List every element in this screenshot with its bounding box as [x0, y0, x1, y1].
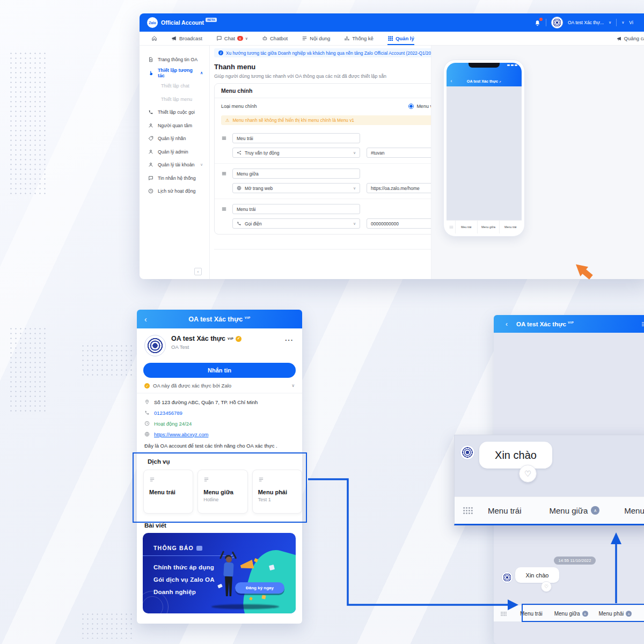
- background-dot-pattern: [9, 51, 48, 195]
- chat-message-bubble: Xin chào: [479, 442, 552, 469]
- beta-badge: BETA: [206, 18, 217, 22]
- sidebar-item-account-management[interactable]: Quản lý tài khoản∨: [140, 158, 209, 172]
- divider: [546, 19, 546, 26]
- nav-chat[interactable]: Chat6∨: [216, 32, 248, 45]
- chevron-down-icon[interactable]: ∨: [621, 20, 624, 25]
- nav-content[interactable]: Nội dung: [302, 32, 330, 45]
- preview-menu-middle[interactable]: Menu giữa: [477, 221, 499, 233]
- preview-menu-left[interactable]: Meu trái: [455, 221, 477, 233]
- sidebar-item-menu-settings[interactable]: Thiết lập menu: [140, 93, 209, 106]
- service-card-menu-middle[interactable]: Menu giữa Hotline: [197, 470, 247, 514]
- oa-avatar[interactable]: [144, 335, 166, 356]
- nav-management[interactable]: Quản lý: [387, 32, 414, 45]
- sidebar-item-call-settings[interactable]: Thiết lập cuộc gọi: [140, 106, 209, 119]
- bar-chart-icon: [344, 35, 350, 41]
- page-title: Thanh menu: [214, 63, 431, 71]
- banner-line1: Chính thức áp dụng: [153, 564, 214, 570]
- promo-banner[interactable]: THÔNG BÁO Chính thức áp dụng Gói dịch vụ…: [143, 533, 296, 613]
- chat-message-bubble: Xin chào: [515, 567, 559, 583]
- preview-panel: ‹ OA test Xác thực ✓ Meu trái Menu giữa …: [431, 46, 644, 279]
- services-title: Dịch vụ: [137, 449, 302, 465]
- person-icon: [148, 123, 153, 128]
- action-type-dropdown[interactable]: Mở trang web ∨: [232, 183, 360, 193]
- grid-dots-icon[interactable]: [449, 225, 453, 229]
- chat-menu-right[interactable]: Menu phải∧: [599, 611, 632, 617]
- zoomed-menu-right[interactable]: Menu phải: [624, 506, 644, 515]
- chat-menu-left[interactable]: Menu trái: [520, 611, 543, 617]
- chevron-down-icon[interactable]: ∨: [609, 20, 611, 25]
- back-icon[interactable]: ‹: [506, 320, 508, 328]
- info-icon: i: [218, 50, 223, 55]
- sidebar-item-label-management[interactable]: Quản lý nhãn: [140, 132, 209, 145]
- heart-reaction-button[interactable]: ♡: [541, 581, 552, 592]
- topbar-right: OA test Xác thự... ∨ ∨ Vi: [534, 13, 633, 32]
- illustration-shadow: [211, 604, 279, 609]
- sidebar-item-oa-info[interactable]: Trang thông tin OA: [140, 53, 209, 67]
- action-type-dropdown[interactable]: Gọi điện ∨: [232, 218, 360, 229]
- verified-note-row[interactable]: ✓ OA này đã được xác thực bởi Zalo ∨: [137, 378, 302, 393]
- chat-menu-middle[interactable]: Menu giữa∧: [554, 611, 588, 617]
- zoomed-chat-panel: Xin chào ♡ Menu trái Menu giữa∧ Menu phả…: [454, 435, 644, 525]
- account-avatar[interactable]: [551, 17, 563, 28]
- message-button[interactable]: Nhắn tin: [143, 363, 296, 378]
- drag-handle-icon[interactable]: [221, 135, 227, 141]
- preview-oa-title: OA test Xác thực ✓: [452, 79, 516, 84]
- admin-topbar: Zalo Official Account BETA OA test Xác t…: [140, 13, 644, 32]
- preview-phone: ‹ OA test Xác thực ✓ Meu trái Menu giữa …: [443, 60, 525, 237]
- language-selector[interactable]: Vi: [629, 20, 633, 25]
- chevron-down-icon: ∨: [245, 36, 248, 41]
- list-menu-icon[interactable]: [641, 321, 644, 327]
- sidebar-item-followers[interactable]: Người quan tâm: [140, 119, 209, 133]
- sidebar-item-chat-settings[interactable]: Thiết lập chat: [140, 79, 209, 93]
- sidebar-item-interaction-settings[interactable]: Thiết lập tương tác∧: [140, 67, 209, 80]
- menu-name-input[interactable]: [232, 204, 360, 214]
- drag-handle-icon[interactable]: [221, 206, 227, 212]
- nav-broadcast[interactable]: Broadcast: [171, 32, 202, 45]
- more-options-button[interactable]: ···: [285, 336, 294, 344]
- zalo-logo[interactable]: Zalo: [147, 17, 158, 28]
- service-card-menu-left[interactable]: Menu trái: [143, 470, 193, 514]
- drag-handle-icon[interactable]: [221, 171, 227, 177]
- menu-type-label: Loại menu chính: [221, 104, 257, 109]
- sidebar-collapse-button[interactable]: ‹: [194, 268, 202, 275]
- grid-icon: [387, 35, 393, 41]
- address-row: Số 123 đường ABC, Quận 7, TP. Hồ Chí Min…: [137, 397, 302, 407]
- account-name[interactable]: OA test Xác thự...: [568, 20, 604, 25]
- sidebar-item-system-messages[interactable]: Tin nhắn hệ thống: [140, 172, 209, 185]
- verified-badge-icon: ✓: [144, 383, 150, 389]
- chevron-down-icon: ∨: [291, 383, 295, 388]
- chat-unread-badge: 6: [237, 36, 243, 41]
- nav-ads[interactable]: Quảng cáo: [617, 35, 644, 41]
- announcement-text: Xu hướng tương tác giữa Doanh nghiệp và …: [226, 50, 438, 56]
- illustration-person: [225, 576, 232, 596]
- website-link[interactable]: https://www.abcxyz.com: [154, 431, 208, 437]
- preview-phone-header: ‹ OA test Xác thực ✓: [447, 63, 522, 86]
- menu-lines-icon: [203, 477, 209, 482]
- grid-dots-icon[interactable]: [462, 504, 474, 516]
- grid-dots-icon[interactable]: [500, 610, 507, 617]
- service-card-menu-right[interactable]: Menu phải Test 1: [252, 470, 302, 514]
- menu-name-input[interactable]: [232, 169, 360, 179]
- chat-icon: [216, 35, 222, 41]
- action-type-dropdown[interactable]: Truy vấn tự động ∨: [232, 148, 360, 158]
- heart-reaction-button[interactable]: ♡: [519, 465, 537, 482]
- background-dot-pattern: [80, 343, 132, 378]
- nav-home[interactable]: [151, 32, 157, 45]
- zoomed-menu-middle[interactable]: Menu giữa∧: [550, 506, 600, 515]
- nav-statistics[interactable]: Thống kê: [344, 32, 374, 45]
- banner-line3: Doanh nghiệp: [153, 589, 196, 595]
- sidebar-item-activity-history[interactable]: Lịch sử hoạt động: [140, 185, 209, 198]
- profile-header: ‹ OA test Xác thực VIP: [137, 310, 302, 328]
- banner-cta-button[interactable]: Đăng ký ngay: [235, 582, 284, 594]
- sidebar-item-admin-management[interactable]: Quản lý admin: [140, 145, 209, 159]
- phone-link[interactable]: 0123456789: [154, 410, 182, 416]
- preview-menu-right[interactable]: Menu trái: [499, 221, 521, 233]
- verified-badge-icon: ✓: [236, 336, 241, 342]
- menu-name-input[interactable]: [232, 133, 360, 143]
- zoomed-menu-left[interactable]: Menu trái: [488, 506, 522, 515]
- nav-chatbot[interactable]: Chatbot: [262, 32, 288, 45]
- admin-sidebar: Trang thông tin OA Thiết lập tương tác∧ …: [140, 46, 210, 279]
- chevron-up-icon: ∧: [200, 71, 203, 75]
- notification-bell-icon[interactable]: [534, 19, 541, 26]
- menu-lines-icon: [258, 477, 264, 482]
